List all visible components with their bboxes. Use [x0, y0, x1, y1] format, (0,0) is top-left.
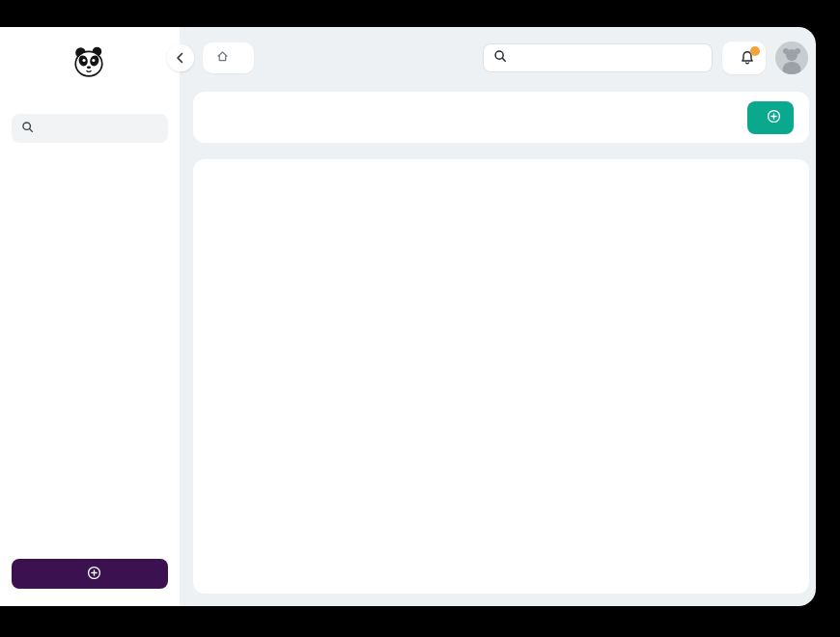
panda-logo-icon [71, 44, 106, 83]
plus-circle-icon [87, 566, 101, 583]
notification-badge [750, 46, 760, 56]
search-icon [493, 49, 507, 67]
records-count [193, 159, 809, 194]
bell-icon [740, 50, 755, 66]
sidenav-search-input[interactable] [41, 123, 158, 134]
home-icon [216, 49, 229, 67]
add-button[interactable] [747, 101, 794, 134]
notifications-button[interactable] [722, 42, 766, 74]
topbar [203, 42, 808, 73]
search-icon [21, 120, 34, 137]
page-header [193, 92, 809, 143]
back-button[interactable] [167, 44, 194, 71]
table-header-row [193, 194, 809, 235]
create-button[interactable] [12, 559, 168, 589]
sidebar [0, 27, 180, 606]
sidenav-search[interactable] [12, 114, 168, 143]
asset-panda-logo[interactable] [12, 44, 168, 83]
app-window [0, 27, 816, 606]
breadcrumb[interactable] [203, 42, 254, 73]
main-area [180, 27, 816, 606]
global-search[interactable] [483, 43, 713, 72]
records-card [193, 159, 809, 594]
sidebar-nav [12, 154, 168, 559]
plus-circle-icon [767, 109, 781, 126]
global-search-input[interactable] [515, 51, 702, 65]
user-avatar[interactable] [775, 42, 808, 74]
